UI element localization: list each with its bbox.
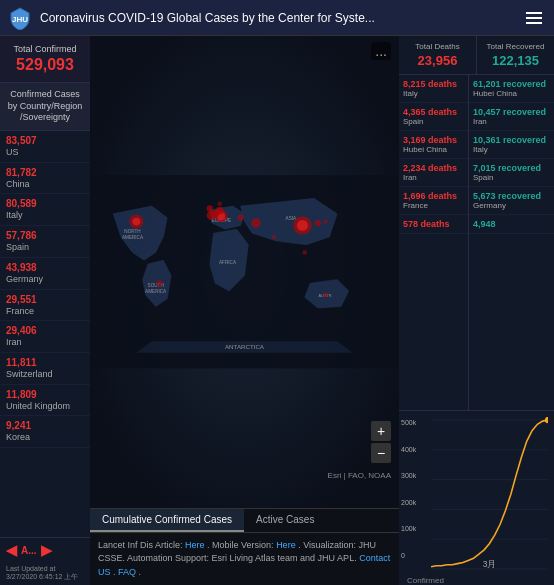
list-item: 9,241Korea	[0, 416, 90, 448]
svg-point-18	[251, 218, 260, 227]
total-deaths-box: Total Deaths 23,956	[399, 36, 477, 74]
map-options-button[interactable]: ...	[371, 42, 391, 60]
lancet-link[interactable]: Here	[185, 540, 205, 550]
list-item: 11,809United Kingdom	[0, 385, 90, 417]
list-item: 81,782China	[0, 163, 90, 195]
y-label-0: 0	[401, 552, 416, 559]
chart-y-labels: 500k 400k 300k 200k 100k 0	[401, 419, 416, 559]
zoom-out-button[interactable]: −	[371, 443, 391, 463]
chart-svg: 3月	[431, 417, 548, 572]
svg-point-29	[217, 201, 222, 206]
death-list-item: 3,169 deathsHubei China	[399, 131, 468, 159]
tab-cumulative[interactable]: Cumulative Confirmed Cases	[90, 509, 244, 532]
recovered-list-item: 4,948	[469, 215, 554, 234]
recovered-list: 61,201 recoveredHubei China10,457 recove…	[469, 75, 554, 410]
y-label-500k: 500k	[401, 419, 416, 426]
left-sidebar: Total Confirmed 529,093 Confirmed Cases …	[0, 36, 90, 585]
last-updated: Last Updated at 3/27/2020 6:45:12 上午	[0, 562, 90, 585]
svg-text:AMERICA: AMERICA	[145, 289, 167, 294]
svg-point-28	[323, 219, 328, 224]
y-label-200k: 200k	[401, 499, 416, 506]
total-recovered-box: Total Recovered 122,135	[477, 36, 554, 74]
list-item: 43,938Germany	[0, 258, 90, 290]
list-item: 83,507US	[0, 131, 90, 163]
faq-link[interactable]: FAQ	[118, 567, 136, 577]
app-header: JHU Coronavirus COVID-19 Global Cases by…	[0, 0, 554, 36]
total-deaths-value: 23,956	[404, 53, 471, 68]
y-label-300k: 300k	[401, 472, 416, 479]
svg-point-26	[238, 215, 244, 221]
y-label-100k: 100k	[401, 525, 416, 532]
svg-point-24	[156, 280, 162, 286]
recovered-list-item: 10,457 recoveredIran	[469, 103, 554, 131]
nav-prev-button[interactable]: ◀	[6, 542, 17, 558]
svg-text:ANTARCTICA: ANTARCTICA	[225, 343, 265, 350]
svg-text:JHU: JHU	[12, 15, 28, 24]
recovered-list-item: 5,673 recoveredGermany	[469, 187, 554, 215]
svg-text:NORTH: NORTH	[124, 229, 140, 234]
deaths-list: 8,215 deathsItaly4,365 deathsSpain3,169 …	[399, 75, 469, 410]
svg-text:AFRICA: AFRICA	[219, 260, 237, 265]
list-item: 11,811Switzerland	[0, 353, 90, 385]
svg-point-22	[215, 210, 220, 215]
svg-point-21	[315, 220, 321, 226]
chart-bottom-labels: Confirmed	[403, 574, 550, 585]
svg-point-12	[297, 220, 308, 231]
svg-point-30	[302, 250, 307, 255]
svg-point-25	[323, 293, 328, 298]
app-title: Coronavirus COVID-19 Global Cases by the…	[40, 11, 526, 25]
main-layout: Total Confirmed 529,093 Confirmed Cases …	[0, 36, 554, 585]
chart-label-confirmed: Confirmed	[407, 576, 444, 585]
confirmed-cases-label: Confirmed Cases by Country/Region /Sover…	[6, 89, 84, 124]
list-item: 29,551France	[0, 290, 90, 322]
list-item: 57,786Spain	[0, 226, 90, 258]
svg-text:AMERICA: AMERICA	[122, 235, 144, 240]
svg-point-27	[272, 235, 277, 240]
recovered-list-item: 10,361 recoveredItaly	[469, 131, 554, 159]
map-container[interactable]: ANTARCTICA NORTH AMERICA SOUTH AMERICA E…	[90, 36, 399, 508]
total-deaths-label: Total Deaths	[404, 42, 471, 51]
tab-active[interactable]: Active Cases	[244, 509, 326, 532]
death-list-item: 1,696 deathsFrance	[399, 187, 468, 215]
nav-next-button[interactable]: ▶	[41, 542, 52, 558]
total-confirmed-label: Total Confirmed	[6, 44, 84, 54]
shield-icon: JHU	[8, 6, 32, 30]
recovered-list-item: 7,015 recoveredSpain	[469, 159, 554, 187]
mobile-link[interactable]: Here	[276, 540, 296, 550]
svg-text:3月: 3月	[483, 559, 497, 569]
list-item: 80,589Italy	[0, 194, 90, 226]
confirmed-cases-label-box: Confirmed Cases by Country/Region /Sover…	[0, 83, 90, 131]
y-label-400k: 400k	[401, 446, 416, 453]
chart-area: 500k 400k 300k 200k 100k 0 3月	[399, 410, 554, 585]
map-tabs: Cumulative Confirmed Cases Active Cases	[90, 508, 399, 532]
svg-point-37	[545, 417, 548, 423]
total-recovered-label: Total Recovered	[482, 42, 549, 51]
zoom-in-button[interactable]: +	[371, 421, 391, 441]
map-info-bar: Lancet Inf Dis Article: Here . Mobile Ve…	[90, 532, 399, 586]
map-zoom-controls: + −	[371, 421, 391, 463]
list-item: 29,406Iran	[0, 321, 90, 353]
nav-label: A...	[21, 545, 37, 556]
right-sidebar: Total Deaths 23,956 Total Recovered 122,…	[399, 36, 554, 585]
sidebar-nav: ◀ A... ▶	[0, 537, 90, 562]
svg-point-20	[132, 218, 140, 226]
death-list-item: 578 deaths	[399, 215, 468, 234]
country-list: 83,507US81,782China80,589Italy57,786Spai…	[0, 131, 90, 537]
center-area: ANTARCTICA NORTH AMERICA SOUTH AMERICA E…	[90, 36, 399, 585]
world-map: ANTARCTICA NORTH AMERICA SOUTH AMERICA E…	[90, 36, 399, 508]
total-recovered-value: 122,135	[482, 53, 549, 68]
death-list-item: 8,215 deathsItaly	[399, 75, 468, 103]
death-list-item: 4,365 deathsSpain	[399, 103, 468, 131]
total-confirmed-value: 529,093	[6, 56, 84, 74]
menu-button[interactable]	[526, 8, 546, 28]
recovered-list-item: 61,201 recoveredHubei China	[469, 75, 554, 103]
death-list-item: 2,234 deathsIran	[399, 159, 468, 187]
map-attribution: Esri | FAO, NOAA	[328, 471, 391, 480]
total-confirmed-box: Total Confirmed 529,093	[0, 36, 90, 83]
svg-point-23	[207, 205, 213, 211]
stats-middle: 8,215 deathsItaly4,365 deathsSpain3,169 …	[399, 75, 554, 410]
right-top-stats: Total Deaths 23,956 Total Recovered 122,…	[399, 36, 554, 75]
